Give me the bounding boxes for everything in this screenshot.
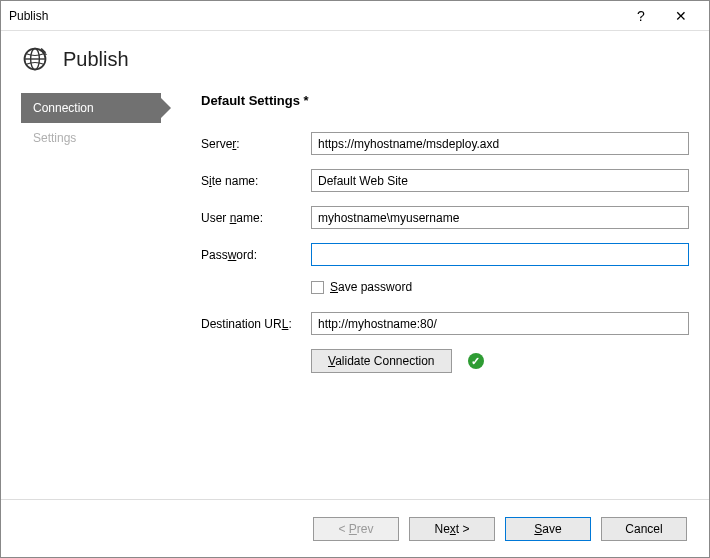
- sidebar-item-label: Settings: [33, 131, 76, 145]
- window-title: Publish: [9, 9, 621, 23]
- sidebar-item-label: Connection: [33, 101, 94, 115]
- username-input[interactable]: [311, 206, 689, 229]
- header: Publish: [1, 31, 709, 93]
- section-heading: Default Settings *: [201, 93, 689, 108]
- help-button[interactable]: ?: [621, 2, 661, 30]
- content: Connection Settings Default Settings * S…: [1, 93, 709, 373]
- sidebar-item-connection[interactable]: Connection: [21, 93, 161, 123]
- page-title: Publish: [63, 48, 129, 71]
- server-label: Server:: [201, 137, 311, 151]
- footer: < Prev Next > Save Cancel: [1, 499, 709, 557]
- validate-connection-button[interactable]: Validate Connection: [311, 349, 452, 373]
- sidebar-item-settings[interactable]: Settings: [21, 123, 161, 153]
- server-input[interactable]: [311, 132, 689, 155]
- close-button[interactable]: ✕: [661, 2, 701, 30]
- sidebar: Connection Settings: [21, 93, 161, 373]
- globe-icon: [21, 45, 49, 73]
- password-input[interactable]: [311, 243, 689, 266]
- titlebar: Publish ? ✕: [1, 1, 709, 31]
- save-password-label: Save password: [330, 280, 412, 294]
- check-icon: ✓: [468, 353, 484, 369]
- cancel-button[interactable]: Cancel: [601, 517, 687, 541]
- prev-button: < Prev: [313, 517, 399, 541]
- sitename-label: Site name:: [201, 174, 311, 188]
- username-label: User name:: [201, 211, 311, 225]
- password-label: Password:: [201, 248, 311, 262]
- desturl-input[interactable]: [311, 312, 689, 335]
- save-button[interactable]: Save: [505, 517, 591, 541]
- next-button[interactable]: Next >: [409, 517, 495, 541]
- sitename-input[interactable]: [311, 169, 689, 192]
- main-panel: Default Settings * Server: Site name: Us…: [201, 93, 689, 373]
- desturl-label: Destination URL:: [201, 317, 311, 331]
- save-password-checkbox[interactable]: [311, 281, 324, 294]
